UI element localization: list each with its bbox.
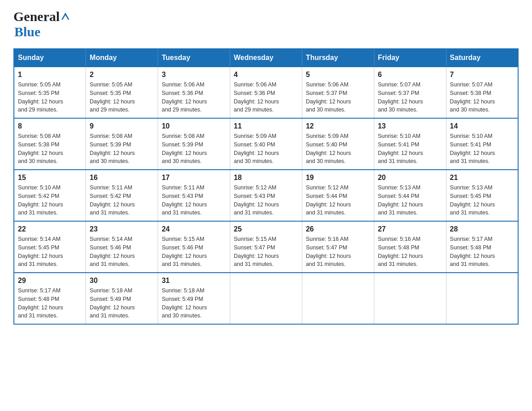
- day-info: Sunrise: 5:09 AM Sunset: 5:40 PM Dayligh…: [234, 132, 298, 166]
- logo: General Blue: [13, 9, 70, 39]
- calendar-cell: 7 Sunrise: 5:07 AM Sunset: 5:38 PM Dayli…: [446, 67, 518, 118]
- day-info: Sunrise: 5:07 AM Sunset: 5:37 PM Dayligh…: [378, 81, 442, 114]
- calendar-cell: [446, 273, 518, 324]
- calendar-table: SundayMondayTuesdayWednesdayThursdayFrid…: [13, 48, 519, 325]
- day-info: Sunrise: 5:11 AM Sunset: 5:43 PM Dayligh…: [162, 184, 226, 217]
- day-number: 31: [162, 277, 226, 285]
- column-header-monday: Monday: [86, 49, 158, 67]
- day-number: 7: [450, 71, 514, 79]
- day-info: Sunrise: 5:13 AM Sunset: 5:44 PM Dayligh…: [378, 184, 442, 217]
- calendar-cell: 30 Sunrise: 5:18 AM Sunset: 5:49 PM Dayl…: [86, 273, 158, 324]
- calendar-cell: 31 Sunrise: 5:18 AM Sunset: 5:49 PM Dayl…: [158, 273, 230, 324]
- day-number: 3: [162, 71, 226, 79]
- calendar-cell: [302, 273, 374, 324]
- day-info: Sunrise: 5:08 AM Sunset: 5:39 PM Dayligh…: [162, 132, 226, 166]
- day-number: 10: [162, 122, 226, 130]
- day-number: 5: [306, 71, 370, 79]
- day-number: 16: [90, 174, 154, 182]
- page-header: General Blue: [13, 9, 519, 39]
- calendar-cell: 10 Sunrise: 5:08 AM Sunset: 5:39 PM Dayl…: [158, 118, 230, 170]
- calendar-cell: 13 Sunrise: 5:10 AM Sunset: 5:41 PM Dayl…: [374, 118, 446, 170]
- day-info: Sunrise: 5:09 AM Sunset: 5:40 PM Dayligh…: [306, 132, 370, 166]
- calendar-cell: 29 Sunrise: 5:17 AM Sunset: 5:48 PM Dayl…: [14, 273, 86, 324]
- day-info: Sunrise: 5:12 AM Sunset: 5:43 PM Dayligh…: [234, 184, 298, 217]
- day-info: Sunrise: 5:05 AM Sunset: 5:35 PM Dayligh…: [90, 81, 154, 114]
- day-number: 13: [378, 122, 442, 130]
- day-number: 23: [90, 225, 154, 233]
- calendar-cell: 11 Sunrise: 5:09 AM Sunset: 5:40 PM Dayl…: [230, 118, 302, 170]
- day-number: 11: [234, 122, 298, 130]
- day-info: Sunrise: 5:18 AM Sunset: 5:49 PM Dayligh…: [90, 287, 154, 320]
- column-header-wednesday: Wednesday: [230, 49, 302, 67]
- calendar-cell: 2 Sunrise: 5:05 AM Sunset: 5:35 PM Dayli…: [86, 67, 158, 118]
- day-info: Sunrise: 5:05 AM Sunset: 5:35 PM Dayligh…: [18, 81, 82, 114]
- day-info: Sunrise: 5:06 AM Sunset: 5:36 PM Dayligh…: [234, 81, 298, 114]
- calendar-cell: [230, 273, 302, 324]
- day-info: Sunrise: 5:11 AM Sunset: 5:42 PM Dayligh…: [90, 184, 154, 217]
- calendar-cell: 5 Sunrise: 5:06 AM Sunset: 5:37 PM Dayli…: [302, 67, 374, 118]
- day-info: Sunrise: 5:17 AM Sunset: 5:48 PM Dayligh…: [18, 287, 82, 320]
- day-number: 22: [18, 225, 82, 233]
- day-info: Sunrise: 5:15 AM Sunset: 5:47 PM Dayligh…: [234, 235, 298, 269]
- day-number: 17: [162, 174, 226, 182]
- day-number: 25: [234, 225, 298, 233]
- logo-arrow-icon: [60, 12, 70, 21]
- day-number: 18: [234, 174, 298, 182]
- calendar-week-row: 15 Sunrise: 5:10 AM Sunset: 5:42 PM Dayl…: [14, 170, 518, 221]
- day-number: 9: [90, 122, 154, 130]
- column-header-saturday: Saturday: [446, 49, 518, 67]
- calendar-cell: 15 Sunrise: 5:10 AM Sunset: 5:42 PM Dayl…: [14, 170, 86, 221]
- day-info: Sunrise: 5:16 AM Sunset: 5:47 PM Dayligh…: [306, 235, 370, 269]
- calendar-cell: 22 Sunrise: 5:14 AM Sunset: 5:45 PM Dayl…: [14, 221, 86, 273]
- column-header-thursday: Thursday: [302, 49, 374, 67]
- calendar-week-row: 22 Sunrise: 5:14 AM Sunset: 5:45 PM Dayl…: [14, 221, 518, 273]
- calendar-week-row: 1 Sunrise: 5:05 AM Sunset: 5:35 PM Dayli…: [14, 67, 518, 118]
- calendar-week-row: 29 Sunrise: 5:17 AM Sunset: 5:48 PM Dayl…: [14, 273, 518, 324]
- day-info: Sunrise: 5:14 AM Sunset: 5:45 PM Dayligh…: [18, 235, 82, 269]
- day-info: Sunrise: 5:10 AM Sunset: 5:41 PM Dayligh…: [378, 132, 442, 166]
- day-info: Sunrise: 5:15 AM Sunset: 5:46 PM Dayligh…: [162, 235, 226, 269]
- calendar-cell: 9 Sunrise: 5:08 AM Sunset: 5:39 PM Dayli…: [86, 118, 158, 170]
- calendar-cell: 20 Sunrise: 5:13 AM Sunset: 5:44 PM Dayl…: [374, 170, 446, 221]
- calendar-cell: 12 Sunrise: 5:09 AM Sunset: 5:40 PM Dayl…: [302, 118, 374, 170]
- calendar-cell: 6 Sunrise: 5:07 AM Sunset: 5:37 PM Dayli…: [374, 67, 446, 118]
- day-info: Sunrise: 5:12 AM Sunset: 5:44 PM Dayligh…: [306, 184, 370, 217]
- day-number: 14: [450, 122, 514, 130]
- calendar-cell: 14 Sunrise: 5:10 AM Sunset: 5:41 PM Dayl…: [446, 118, 518, 170]
- calendar-cell: 26 Sunrise: 5:16 AM Sunset: 5:47 PM Dayl…: [302, 221, 374, 273]
- day-number: 2: [90, 71, 154, 79]
- day-info: Sunrise: 5:16 AM Sunset: 5:48 PM Dayligh…: [378, 235, 442, 269]
- day-info: Sunrise: 5:06 AM Sunset: 5:37 PM Dayligh…: [306, 81, 370, 114]
- calendar-cell: 3 Sunrise: 5:06 AM Sunset: 5:36 PM Dayli…: [158, 67, 230, 118]
- day-number: 24: [162, 225, 226, 233]
- day-number: 8: [18, 122, 82, 130]
- day-number: 26: [306, 225, 370, 233]
- logo-general-text: General: [13, 9, 60, 24]
- calendar-cell: [374, 273, 446, 324]
- day-number: 28: [450, 225, 514, 233]
- day-info: Sunrise: 5:08 AM Sunset: 5:38 PM Dayligh…: [18, 132, 82, 166]
- calendar-cell: 4 Sunrise: 5:06 AM Sunset: 5:36 PM Dayli…: [230, 67, 302, 118]
- column-header-tuesday: Tuesday: [158, 49, 230, 67]
- calendar-cell: 28 Sunrise: 5:17 AM Sunset: 5:48 PM Dayl…: [446, 221, 518, 273]
- calendar-cell: 17 Sunrise: 5:11 AM Sunset: 5:43 PM Dayl…: [158, 170, 230, 221]
- calendar-cell: 19 Sunrise: 5:12 AM Sunset: 5:44 PM Dayl…: [302, 170, 374, 221]
- day-info: Sunrise: 5:08 AM Sunset: 5:39 PM Dayligh…: [90, 132, 154, 166]
- column-header-friday: Friday: [374, 49, 446, 67]
- calendar-cell: 8 Sunrise: 5:08 AM Sunset: 5:38 PM Dayli…: [14, 118, 86, 170]
- calendar-week-row: 8 Sunrise: 5:08 AM Sunset: 5:38 PM Dayli…: [14, 118, 518, 170]
- calendar-cell: 1 Sunrise: 5:05 AM Sunset: 5:35 PM Dayli…: [14, 67, 86, 118]
- day-number: 30: [90, 277, 154, 285]
- logo-blue-text: Blue: [14, 24, 40, 39]
- calendar-cell: 23 Sunrise: 5:14 AM Sunset: 5:46 PM Dayl…: [86, 221, 158, 273]
- day-info: Sunrise: 5:10 AM Sunset: 5:41 PM Dayligh…: [450, 132, 514, 166]
- calendar-cell: 18 Sunrise: 5:12 AM Sunset: 5:43 PM Dayl…: [230, 170, 302, 221]
- calendar-cell: 25 Sunrise: 5:15 AM Sunset: 5:47 PM Dayl…: [230, 221, 302, 273]
- day-info: Sunrise: 5:10 AM Sunset: 5:42 PM Dayligh…: [18, 184, 82, 217]
- calendar-header-row: SundayMondayTuesdayWednesdayThursdayFrid…: [14, 49, 518, 67]
- day-number: 19: [306, 174, 370, 182]
- day-number: 15: [18, 174, 82, 182]
- day-info: Sunrise: 5:17 AM Sunset: 5:48 PM Dayligh…: [450, 235, 514, 269]
- day-number: 21: [450, 174, 514, 182]
- calendar-cell: 24 Sunrise: 5:15 AM Sunset: 5:46 PM Dayl…: [158, 221, 230, 273]
